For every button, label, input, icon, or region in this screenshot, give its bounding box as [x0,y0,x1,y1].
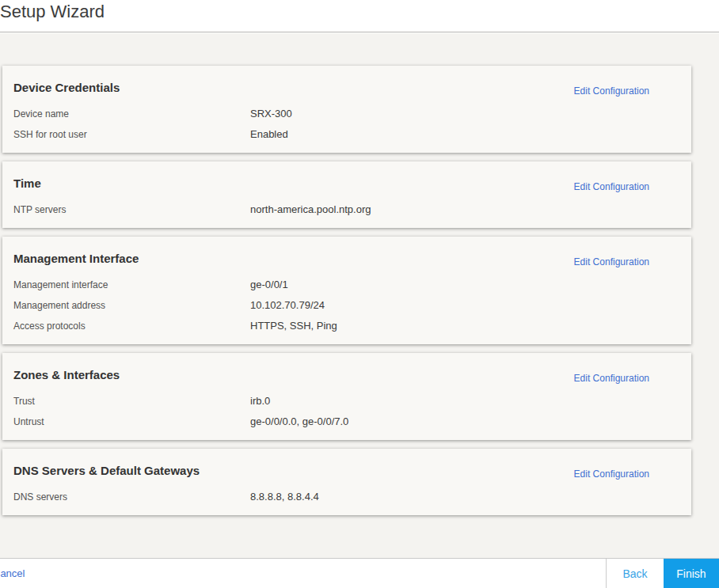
edit-configuration-link[interactable]: Edit Configuration [574,469,649,480]
cancel-button[interactable]: Cancel [0,559,25,588]
card-header: Time Edit Configuration [13,176,680,192]
card-header: DNS Servers & Default Gateways Edit Conf… [13,464,680,480]
row-label: Access protocols [13,316,250,336]
summary-rows: Device name SRX-300 SSH for root user En… [13,104,680,145]
edit-configuration-link[interactable]: Edit Configuration [574,181,649,192]
footer-actions: Back Finish [606,559,719,588]
back-button[interactable]: Back [607,559,664,588]
summary-rows: DNS servers 8.8.8.8, 8.8.4.4 [13,487,680,507]
row-label: NTP servers [13,199,250,220]
edit-configuration-link[interactable]: Edit Configuration [574,85,649,97]
row-label: Management address [13,295,250,316]
row-label: Trust [13,391,250,412]
page-title: Setup Wizard [0,0,719,22]
row-value: 8.8.8.8, 8.8.4.4 [250,487,319,507]
summary-row: DNS servers 8.8.8.8, 8.8.4.4 [13,487,680,507]
card-title: Management Interface [13,252,139,266]
row-value: Enabled [250,124,288,145]
row-label: Device name [13,104,250,124]
card-dns-gateways: DNS Servers & Default Gateways Edit Conf… [2,449,691,515]
card-title: Device Credentials [13,81,120,95]
row-value: irb.0 [250,391,270,412]
row-value: HTTPS, SSH, Ping [250,316,337,336]
summary-row: Access protocols HTTPS, SSH, Ping [13,316,680,336]
row-label: Untrust [13,412,250,432]
row-label: Management interface [13,275,250,295]
summary-row: Device name SRX-300 [13,104,680,124]
finish-button[interactable]: Finish [664,559,719,588]
card-title: DNS Servers & Default Gateways [13,464,200,478]
card-management-interface: Management Interface Edit Configuration … [2,237,691,344]
summary-row: Untrust ge-0/0/0.0, ge-0/0/7.0 [13,412,680,432]
page-header: Setup Wizard [0,0,719,32]
summary-rows: NTP servers north-america.pool.ntp.org [13,199,680,220]
card-device-credentials: Device Credentials Edit Configuration De… [2,66,691,153]
summary-rows: Management interface ge-0/0/1 Management… [13,275,680,336]
wizard-footer: Cancel Back Finish [0,558,719,588]
wizard-summary-content: Device Credentials Edit Configuration De… [0,33,719,558]
card-time: Time Edit Configuration NTP servers nort… [2,161,691,228]
row-value: ge-0/0/0.0, ge-0/0/7.0 [250,412,348,432]
card-header: Management Interface Edit Configuration [13,252,680,267]
row-value: north-america.pool.ntp.org [250,199,371,220]
card-title: Zones & Interfaces [13,368,120,382]
row-value: ge-0/0/1 [250,275,288,295]
summary-row: Management interface ge-0/0/1 [13,275,680,295]
card-header: Device Credentials Edit Configuration [13,81,680,97]
row-label: SSH for root user [13,124,250,145]
edit-configuration-link[interactable]: Edit Configuration [574,256,649,267]
row-label: DNS servers [13,487,250,507]
card-zones-interfaces: Zones & Interfaces Edit Configuration Tr… [2,353,691,440]
summary-row: SSH for root user Enabled [13,124,680,145]
row-value: 10.102.70.79/24 [250,295,325,316]
card-header: Zones & Interfaces Edit Configuration [13,368,680,384]
card-title: Time [13,176,41,191]
summary-row: NTP servers north-america.pool.ntp.org [13,199,680,220]
edit-configuration-link[interactable]: Edit Configuration [574,373,649,384]
row-value: SRX-300 [250,104,292,124]
summary-row: Management address 10.102.70.79/24 [13,295,680,316]
summary-row: Trust irb.0 [13,391,680,412]
summary-rows: Trust irb.0 Untrust ge-0/0/0.0, ge-0/0/7… [13,391,680,432]
